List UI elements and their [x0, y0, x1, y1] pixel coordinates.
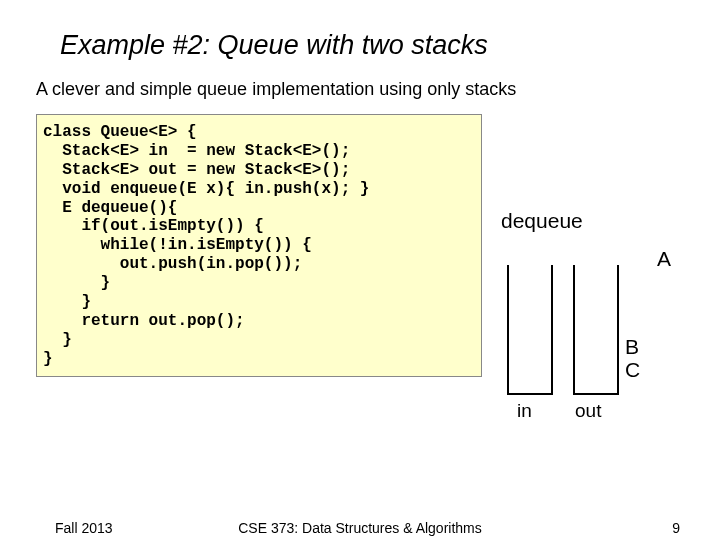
out-stack-icon [573, 265, 619, 395]
in-stack-icon [507, 265, 553, 395]
code-block: class Queue<E> { Stack<E> in = new Stack… [36, 114, 482, 377]
queue-diagram: dequeue A BC in out [495, 205, 695, 455]
dequeue-label: dequeue [501, 209, 583, 233]
remaining-elements-label: BC [625, 335, 640, 381]
slide-title: Example #2: Queue with two stacks [0, 0, 720, 79]
popped-element-label: A [657, 247, 671, 271]
out-stack-label: out [575, 400, 601, 422]
footer-course: CSE 373: Data Structures & Algorithms [0, 520, 720, 536]
in-stack-label: in [517, 400, 532, 422]
slide-subtitle: A clever and simple queue implementation… [0, 79, 720, 114]
footer-page: 9 [672, 520, 680, 536]
